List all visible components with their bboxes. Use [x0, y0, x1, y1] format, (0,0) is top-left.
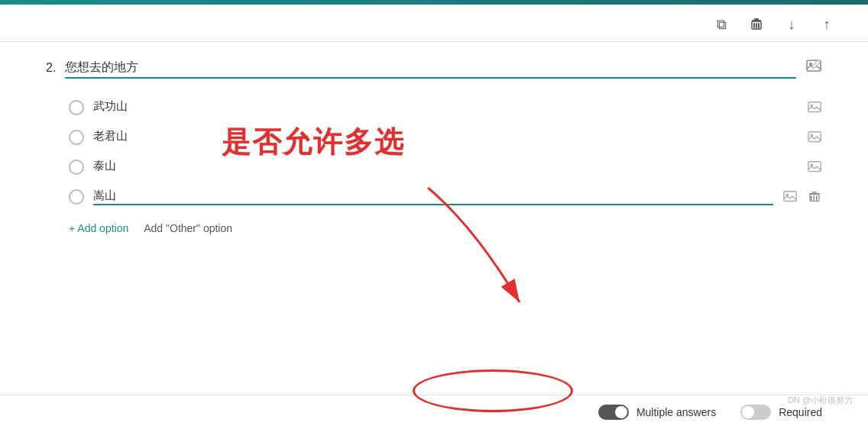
- required-toggle-group: Required: [740, 405, 822, 420]
- option-delete-icon-4[interactable]: [807, 189, 822, 205]
- option-image-icon-1[interactable]: [807, 100, 822, 115]
- required-toggle[interactable]: [740, 405, 771, 420]
- svg-rect-2: [758, 23, 760, 28]
- option-row: [69, 153, 822, 180]
- question-section: 2.: [0, 42, 868, 395]
- move-up-icon[interactable]: ↑: [816, 14, 837, 35]
- option-image-icon-4[interactable]: [782, 189, 798, 205]
- svg-rect-17: [814, 195, 815, 201]
- required-knob: [742, 406, 754, 418]
- toolbar: ⧉ ↓ ↑: [0, 5, 868, 42]
- multiple-answers-label: Multiple answers: [636, 406, 716, 418]
- question-header: 2.: [46, 57, 822, 79]
- svg-rect-18: [816, 195, 818, 201]
- svg-rect-10: [808, 131, 821, 141]
- add-other-option-button[interactable]: Add "Other" option: [144, 222, 232, 234]
- svg-rect-16: [811, 195, 812, 201]
- question-image-icon[interactable]: [805, 58, 822, 79]
- main-content: ⧉ ↓ ↑ 2.: [0, 5, 868, 429]
- copy-icon[interactable]: ⧉: [711, 14, 732, 35]
- multiple-answers-knob: [615, 406, 627, 418]
- multiple-answers-toggle-group: Multiple answers: [598, 405, 716, 420]
- add-option-button[interactable]: + Add option: [69, 222, 128, 234]
- options-list: [69, 94, 822, 210]
- option-input-4[interactable]: [93, 188, 773, 205]
- question-title-input[interactable]: [65, 57, 796, 79]
- bottom-bar: Multiple answers Required: [0, 395, 868, 429]
- svg-rect-20: [812, 192, 817, 193]
- svg-rect-8: [808, 102, 821, 111]
- option-input-1[interactable]: [93, 98, 798, 116]
- option-row-active: [69, 183, 822, 210]
- svg-rect-4: [754, 18, 759, 20]
- svg-rect-12: [808, 161, 821, 171]
- multiple-answers-toggle[interactable]: [598, 405, 629, 420]
- option-row: [69, 124, 822, 150]
- svg-rect-14: [784, 191, 796, 201]
- option-input-2[interactable]: [93, 128, 798, 146]
- question-number: 2.: [46, 61, 56, 75]
- add-options-row: + Add option Add "Other" option: [69, 222, 822, 247]
- option-radio-1[interactable]: [69, 100, 84, 115]
- option-radio-4[interactable]: [69, 189, 84, 205]
- option-input-3[interactable]: [93, 158, 798, 176]
- option-image-icon-3[interactable]: [807, 160, 822, 175]
- option-row: [69, 94, 822, 121]
- move-down-icon[interactable]: ↓: [781, 14, 802, 35]
- svg-rect-1: [756, 23, 757, 28]
- delete-icon[interactable]: [746, 14, 767, 35]
- option-radio-2[interactable]: [69, 130, 84, 145]
- option-radio-3[interactable]: [69, 160, 84, 175]
- svg-rect-0: [753, 23, 755, 28]
- option-image-icon-2[interactable]: [807, 130, 822, 145]
- required-label: Required: [779, 406, 822, 418]
